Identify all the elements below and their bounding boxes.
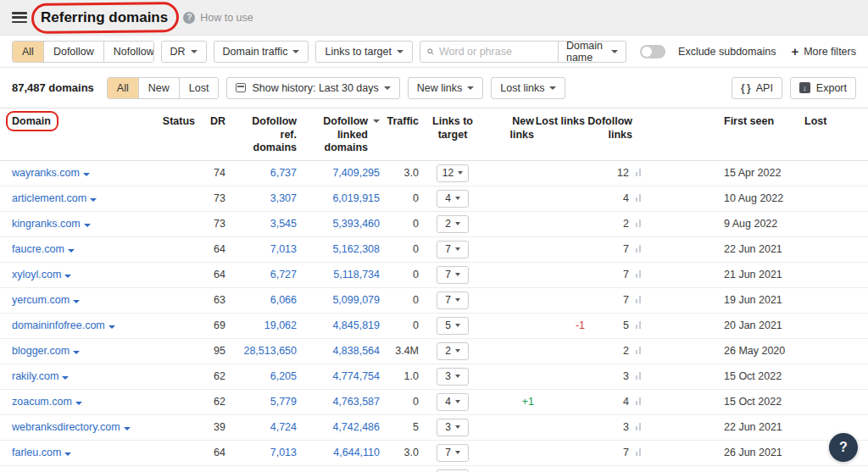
domain-link[interactable]: xyloyl.com — [12, 269, 61, 280]
column-header-links-to-target[interactable]: Links to target — [419, 108, 487, 160]
column-header-dr[interactable]: DR — [195, 108, 225, 160]
column-header-traffic[interactable]: Traffic — [380, 108, 419, 160]
link-history-sparkline-icon[interactable] — [636, 422, 642, 430]
link-history-sparkline-icon[interactable] — [636, 295, 642, 303]
links-to-target-dropdown[interactable]: 7 — [437, 266, 469, 284]
links-to-target-dropdown[interactable]: 4 — [437, 190, 469, 208]
domain-link[interactable]: wayranks.com — [12, 167, 80, 179]
chevron-down-icon[interactable] — [83, 173, 90, 176]
chevron-down-icon[interactable] — [73, 351, 80, 354]
dofollow-linked-domains-link[interactable]: 4,774,754 — [332, 370, 380, 382]
dofollow-ref-domains-link[interactable]: 3,307 — [270, 192, 297, 204]
domain-link[interactable]: faucre.com — [12, 243, 64, 255]
chevron-down-icon[interactable] — [84, 224, 91, 227]
dofollow-linked-domains-link[interactable]: 4,644,110 — [333, 447, 380, 458]
links-to-target-dropdown[interactable]: 3 — [437, 368, 469, 386]
link-history-sparkline-icon[interactable] — [636, 269, 642, 278]
domain-link[interactable]: webranksdirectory.com — [12, 421, 120, 433]
domain-link[interactable]: domaininfofree.com — [12, 319, 105, 331]
links-to-target-dropdown[interactable]: 3 — [437, 419, 469, 436]
link-history-sparkline-icon[interactable] — [636, 447, 642, 456]
column-header-dofollow-links[interactable]: Dofollow links — [585, 108, 629, 160]
chevron-down-icon[interactable] — [73, 300, 80, 303]
links-to-target-filter-dropdown[interactable]: Links to target — [315, 41, 413, 63]
dofollow-ref-domains-link[interactable]: 7,013 — [270, 447, 297, 458]
dr-filter-dropdown[interactable]: DR — [161, 41, 207, 63]
links-to-target-dropdown[interactable]: 7 — [437, 444, 469, 462]
dofollow-linked-domains-link[interactable]: 4,763,587 — [332, 396, 380, 408]
links-to-target-dropdown[interactable]: 12 — [437, 164, 469, 182]
chevron-down-icon[interactable] — [62, 376, 69, 380]
dofollow-ref-domains-link[interactable]: 19,062 — [264, 319, 297, 331]
domain-link[interactable]: rakily.com — [12, 370, 58, 382]
dofollow-ref-domains-link[interactable]: 28,513,650 — [243, 345, 297, 357]
api-button[interactable]: { }API — [732, 77, 782, 99]
dofollow-ref-domains-link[interactable]: 7,013 — [270, 243, 297, 255]
dofollow-linked-domains-link[interactable]: 4,838,564 — [332, 345, 380, 357]
dofollow-ref-domains-link[interactable]: 3,545 — [270, 218, 297, 230]
domain-link[interactable]: articlement.com — [12, 192, 86, 204]
hamburger-menu-icon[interactable] — [12, 12, 27, 23]
dofollow-linked-domains-link[interactable]: 4,742,486 — [332, 421, 380, 433]
new-links-dropdown[interactable]: New links — [408, 77, 484, 99]
filter-nofollow-button[interactable]: Nofollow — [104, 42, 154, 62]
chevron-down-icon[interactable] — [108, 325, 115, 329]
dofollow-linked-domains-link[interactable]: 5,162,308 — [332, 243, 380, 255]
chevron-down-icon[interactable] — [64, 453, 71, 456]
link-history-sparkline-icon[interactable] — [636, 219, 642, 227]
export-button[interactable]: ↓Export — [790, 77, 856, 99]
link-history-sparkline-icon[interactable] — [636, 346, 642, 354]
column-header-lost-links[interactable]: Lost links — [534, 108, 585, 160]
link-history-sparkline-icon[interactable] — [636, 193, 642, 202]
domain-link[interactable]: kingranks.com — [12, 218, 81, 230]
domain-link[interactable]: zoacum.com — [12, 396, 72, 408]
column-header-dofollow-linked-domains[interactable]: Dofollow linked domains — [297, 108, 380, 160]
dofollow-linked-domains-link[interactable]: 4,845,819 — [332, 319, 380, 331]
link-history-sparkline-icon[interactable] — [636, 168, 642, 176]
dofollow-linked-domains-link[interactable]: 5,393,460 — [332, 218, 380, 230]
dofollow-ref-domains-link[interactable]: 5,779 — [270, 396, 297, 408]
links-to-target-dropdown[interactable]: 2 — [437, 342, 469, 360]
dofollow-ref-domains-link[interactable]: 6,066 — [270, 294, 297, 306]
search-input[interactable] — [439, 46, 558, 58]
dofollow-linked-domains-link[interactable]: 5,118,734 — [333, 269, 380, 280]
search-mode-dropdown[interactable]: Domain name — [558, 42, 626, 62]
chevron-down-icon[interactable] — [64, 275, 71, 278]
lost-links-dropdown[interactable]: Lost links — [491, 77, 565, 99]
chevron-down-icon[interactable] — [75, 402, 82, 405]
link-history-sparkline-icon[interactable] — [636, 244, 642, 253]
domain-traffic-filter-dropdown[interactable]: Domain traffic — [214, 41, 309, 63]
filter-all-button[interactable]: All — [13, 42, 44, 62]
dofollow-linked-domains-link[interactable]: 7,409,295 — [332, 167, 380, 179]
dofollow-ref-domains-link[interactable]: 6,727 — [270, 269, 297, 280]
dofollow-linked-domains-link[interactable]: 6,019,915 — [332, 192, 380, 204]
chevron-down-icon[interactable] — [68, 249, 75, 253]
exclude-subdomains-toggle[interactable] — [640, 45, 665, 58]
help-fab-button[interactable]: ? — [829, 433, 858, 462]
links-to-target-dropdown[interactable]: 5 — [437, 317, 469, 335]
link-history-sparkline-icon[interactable] — [636, 320, 642, 329]
links-to-target-dropdown[interactable]: 7 — [437, 292, 469, 309]
domain-link[interactable]: yercum.com — [12, 294, 70, 306]
history-all-button[interactable]: All — [108, 78, 139, 98]
dofollow-ref-domains-link[interactable]: 6,737 — [270, 167, 297, 179]
column-header-new-links[interactable]: New links — [487, 108, 534, 160]
chevron-down-icon[interactable] — [90, 198, 97, 202]
dofollow-ref-domains-link[interactable]: 6,205 — [270, 370, 297, 382]
links-to-target-dropdown[interactable]: 7 — [437, 241, 469, 258]
history-new-button[interactable]: New — [139, 78, 180, 98]
domain-link[interactable]: blogger.com — [12, 345, 70, 357]
column-header-status[interactable]: Status — [159, 108, 195, 160]
link-history-sparkline-icon[interactable] — [636, 371, 642, 380]
show-history-dropdown[interactable]: Show history: Last 30 days — [226, 77, 399, 99]
links-to-target-dropdown[interactable]: 2 — [437, 215, 469, 233]
history-lost-button[interactable]: Lost — [180, 78, 219, 98]
dofollow-ref-domains-link[interactable]: 4,724 — [270, 421, 297, 433]
links-to-target-dropdown[interactable]: 4 — [437, 393, 469, 411]
domain-link[interactable]: farleu.com — [12, 447, 61, 458]
more-filters-button[interactable]: +More filters — [791, 44, 856, 58]
column-header-lost[interactable]: Lost — [804, 108, 868, 160]
column-header-first-seen[interactable]: First seen — [724, 108, 804, 160]
how-to-use-link[interactable]: ? How to use — [183, 12, 253, 24]
column-header-domain[interactable]: Domain — [0, 108, 159, 160]
